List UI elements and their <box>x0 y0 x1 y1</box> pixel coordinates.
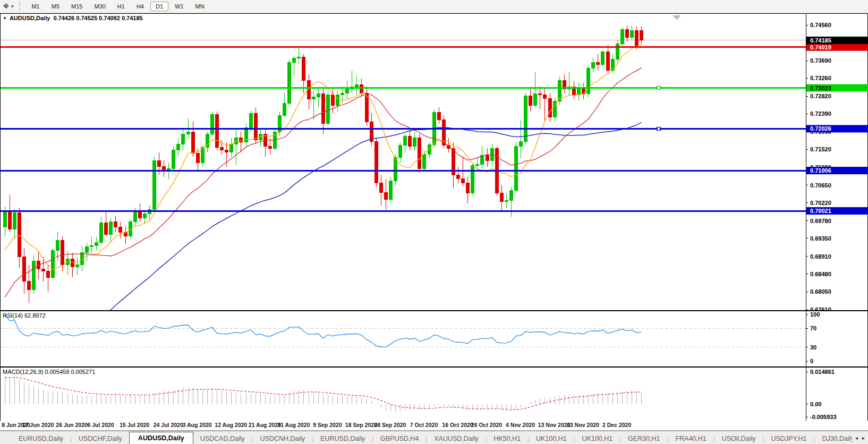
chart-tab-xauusd-daily[interactable]: XAUUSD,Daily <box>427 433 485 444</box>
price-axis-tick: 0.71520 <box>810 146 831 152</box>
pan-tool-icon[interactable]: ✥ <box>0 0 11 13</box>
chart-tabs: EURUSD,Daily|USDCHF,DailyAUDUSD,DailyUSD… <box>0 431 852 444</box>
macd-axis-tick: 0.00 <box>810 401 821 407</box>
scroll-to-end-marker-icon <box>673 15 681 20</box>
rsi-axis-tick: 0 <box>810 358 813 364</box>
price-axis-tick: 0.68910 <box>810 253 831 260</box>
chart-tab-usoil-daily[interactable]: USOil,Daily <box>715 433 763 444</box>
chart-tab-fra40-h1[interactable]: FRA40,H1 <box>668 433 713 444</box>
chart-tab-dj30-daily[interactable]: DJ30,Daily <box>815 433 852 444</box>
price-axis-tick: 0.67610 <box>810 306 831 310</box>
price-badge: 0.74019 <box>810 44 831 50</box>
price-axis-tick: 0.73260 <box>810 75 831 81</box>
date-axis-label: 7 Oct 2020 <box>410 422 438 428</box>
chart-tab-usdjpy-h1[interactable]: USDJPY,H1 <box>764 433 813 444</box>
ma-slow-line <box>5 122 642 310</box>
chart-tab-audusd-daily[interactable]: AUDUSD,Daily <box>129 432 193 444</box>
chart-tab-bar: EURUSD,Daily|USDCHF,DailyAUDUSD,DailyUSD… <box>0 431 868 444</box>
chart-tab-usdcad-daily[interactable]: USDCAD,Daily <box>193 433 252 444</box>
chart-title: ▼AUDUSD,Daily 0.74426 0.74525 0.74092 0.… <box>3 15 143 21</box>
timeframe-button-m15[interactable]: M15 <box>66 2 88 11</box>
timeframe-button-h1[interactable]: H1 <box>112 2 130 11</box>
date-axis-label: 16 Oct 2020 <box>442 422 473 428</box>
price-axis-tick: 0.68480 <box>810 271 831 277</box>
timeframe-button-mn[interactable]: MN <box>190 2 210 11</box>
chart-tab-uk100-h1[interactable]: UK100,H1 <box>575 433 620 444</box>
timeframe-button-w1[interactable]: W1 <box>169 2 189 11</box>
date-axis-label: 28 Sep 2020 <box>374 422 406 428</box>
chart-tab-eurusd-daily[interactable]: EURUSD,Daily <box>313 433 372 444</box>
date-axis-label: 18 Sep 2020 <box>345 422 377 428</box>
tab-scroll-arrows: ◂ ▸ <box>852 431 868 444</box>
line-handle <box>657 127 660 130</box>
chart-tab-ger30-h1[interactable]: GER30,H1 <box>621 433 667 444</box>
macd-signal-line <box>5 378 642 410</box>
chart-tab-usdchf-daily[interactable]: USDCHF,Daily <box>72 433 129 444</box>
date-axis-label: 15 Jul 2020 <box>120 422 149 428</box>
price-axis-tick: 0.72390 <box>810 110 831 117</box>
price-axis-tick: 0.69350 <box>810 235 831 242</box>
timeframe-button-m30[interactable]: M30 <box>89 2 110 11</box>
price-badge: 0.72026 <box>810 125 831 132</box>
candlestick-chart-canvas[interactable]: 0.745600.741300.736900.732600.728200.723… <box>1 14 868 310</box>
timeframe-button-m1[interactable]: M1 <box>26 2 45 11</box>
timeframe-button-group: M1M5M15M30H1H4D1W1MN <box>25 3 210 10</box>
date-axis-label: 21 Aug 2020 <box>249 422 281 428</box>
rsi-line <box>5 314 642 347</box>
date-axis[interactable]: 8 Jun 202017 Jun 202026 Jun 20206 Jul 20… <box>0 421 868 431</box>
rsi-axis-tick: 30 <box>810 344 816 351</box>
macd-axis-tick: 0.014861 <box>810 369 835 375</box>
date-axis-label: 2 Dec 2020 <box>602 422 631 428</box>
date-axis-label: 17 Jun 2020 <box>22 422 54 428</box>
price-axis-tick: 0.74560 <box>810 22 831 28</box>
timeframe-button-h4[interactable]: H4 <box>131 2 149 11</box>
tab-scroll-right-icon[interactable]: ▸ <box>862 435 865 441</box>
top-toolbar: ✥ ▾ M1M5M15M30H1H4D1W1MN <box>0 0 868 13</box>
pan-tool-dropdown-caret-icon[interactable]: ▾ <box>11 4 17 9</box>
price-axis-tick: 0.70650 <box>810 182 831 189</box>
rsi-indicator-pane[interactable]: RSI(14) 62.8972 10070300 <box>1 310 867 366</box>
date-axis-label: 4 Nov 2020 <box>506 422 535 428</box>
date-axis-label: 31 Aug 2020 <box>277 422 310 428</box>
price-badge: 0.71006 <box>810 167 831 174</box>
price-badge: 0.74185 <box>810 37 831 44</box>
main-price-pane[interactable]: ▼AUDUSD,Daily 0.74426 0.74525 0.74092 0.… <box>1 14 867 310</box>
price-axis-tick: 0.69780 <box>810 218 831 224</box>
date-axis-label: 13 Nov 2020 <box>538 422 571 428</box>
price-axis-tick: 0.70220 <box>810 200 831 206</box>
price-axis-tick: 0.68050 <box>810 288 831 295</box>
price-badge: 0.73023 <box>810 85 831 91</box>
rsi-axis-tick: 100 <box>810 311 820 318</box>
macd-indicator-pane[interactable]: MACD(12,26,9) 0.005458 0.005271 0.014861… <box>1 366 867 421</box>
chart-tab-usdcnh-daily[interactable]: USDCNH,Daily <box>253 433 312 444</box>
date-axis-label: 24 Jul 2020 <box>154 422 183 428</box>
price-axis-tick: 0.72820 <box>810 93 831 99</box>
date-axis-label: 12 Aug 2020 <box>215 422 247 428</box>
date-axis-label: 9 Sep 2020 <box>313 422 342 428</box>
macd-axis-tick: -0.005933 <box>810 414 837 420</box>
chart-title-symbol: AUDUSD,Daily <box>10 15 50 21</box>
price-axis-tick: 0.73690 <box>810 57 831 64</box>
rsi-axis-tick: 70 <box>810 325 816 331</box>
date-axis-label: 23 Nov 2020 <box>567 422 599 428</box>
chart-tab-gbpusd-h4[interactable]: GBPUSD,H4 <box>373 433 426 444</box>
chart-tab-uk100-h1[interactable]: UK100,H1 <box>529 433 574 444</box>
timeframe-button-d1[interactable]: D1 <box>150 2 168 11</box>
symbol-dropdown-triangle-icon[interactable]: ▼ <box>3 16 7 21</box>
date-axis-label: 6 Jul 2020 <box>87 422 114 428</box>
date-axis-label: 26 Jun 2020 <box>56 422 88 428</box>
line-handle <box>657 87 660 90</box>
chart-tab-hk50-h1[interactable]: HK50,H1 <box>487 433 527 444</box>
date-axis-label: 3 Aug 2020 <box>183 422 212 428</box>
tab-scroll-left-icon[interactable]: ◂ <box>855 435 858 441</box>
chart-title-ohlc: 0.74426 0.74525 0.74092 0.74185 <box>53 15 142 21</box>
toolbar-grip-handle[interactable] <box>19 2 23 11</box>
macd-label: MACD(12,26,9) 0.005458 0.005271 <box>3 369 95 375</box>
chart-window: ▼AUDUSD,Daily 0.74426 0.74525 0.74092 0.… <box>0 13 868 421</box>
date-axis-label: 26 Oct 2020 <box>471 422 502 428</box>
timeframe-button-m5[interactable]: M5 <box>46 2 65 11</box>
rsi-chart-canvas[interactable]: 10070300 <box>1 311 868 366</box>
macd-chart-canvas[interactable]: 0.0148610.00-0.005933 <box>1 368 868 421</box>
chart-tab-eurusd-daily[interactable]: EURUSD,Daily <box>12 433 70 444</box>
price-badge: 0.70021 <box>810 208 831 214</box>
